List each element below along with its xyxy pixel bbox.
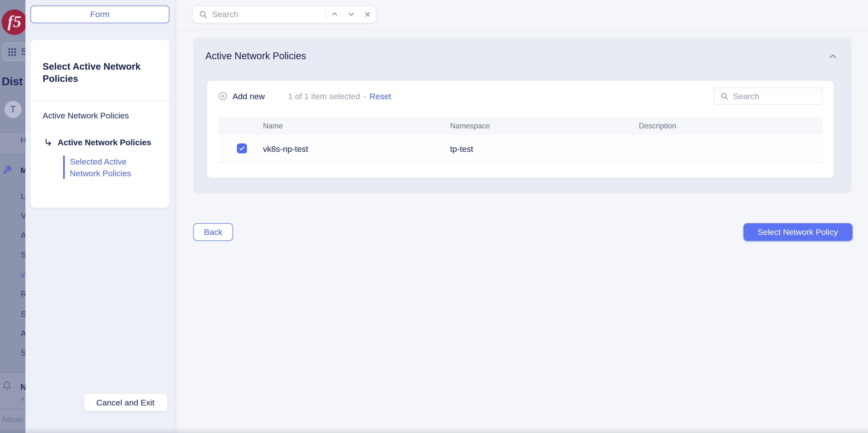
notifications-sub-label: A — [21, 396, 25, 402]
form-mode-button[interactable]: Form — [30, 5, 169, 23]
selection-status: 1 of 1 item selected — [288, 91, 360, 101]
sidebar-item[interactable]: V — [21, 210, 25, 220]
sidebar-divider — [0, 409, 25, 409]
sidebar-item[interactable]: S — [21, 250, 25, 259]
find-input[interactable] — [212, 9, 326, 19]
main-top-divider — [175, 30, 868, 30]
sidebar-divider — [0, 132, 25, 132]
cell-name: vk8s-np-test — [263, 144, 450, 153]
selection-separator: - — [363, 91, 366, 101]
sidebar-item[interactable]: A — [21, 231, 25, 240]
return-arrow-icon — [44, 138, 53, 147]
search-icon — [199, 10, 208, 19]
app-window: f5 S Dist T H M L V A S v R — [0, 0, 868, 433]
app-switcher-button[interactable]: S — [3, 42, 25, 61]
column-header-namespace: Namespace — [450, 122, 639, 130]
bell-icon — [2, 381, 12, 393]
collapse-card-button[interactable] — [828, 51, 838, 64]
workspace-title: Dist — [2, 75, 23, 88]
form-nav-panel: Form Select Active Network Policies Acti… — [25, 0, 175, 433]
sidebar-item[interactable]: L — [21, 191, 25, 201]
plus-circle-icon — [218, 91, 228, 101]
form-sub-step-link[interactable]: Selected Active Network Policies — [63, 155, 132, 179]
chevron-up-icon — [828, 51, 838, 61]
select-network-policy-button[interactable]: Select Network Policy — [743, 223, 852, 241]
policies-table: Name Namespace Description vk8s-n — [218, 117, 823, 163]
f5-logo: f5 — [2, 9, 25, 35]
chevron-down-icon — [347, 10, 355, 18]
table-toolbar: Add new 1 of 1 item selected - Reset — [218, 81, 823, 111]
form-title: Select Active Network Policies — [30, 40, 169, 85]
sidebar-item[interactable]: R — [21, 289, 25, 299]
row-checkbox-checked[interactable] — [237, 144, 247, 153]
sidebar-item[interactable]: S — [21, 348, 25, 357]
form-current-step[interactable]: Active Network Policies — [30, 121, 169, 149]
form-section-label[interactable]: Active Network Policies — [30, 101, 169, 121]
sidebar-item-notifications[interactable]: N — [21, 382, 25, 392]
find-close-button[interactable] — [359, 6, 376, 22]
check-icon — [239, 145, 245, 152]
column-header-name: Name — [263, 122, 450, 130]
form-current-step-label: Active Network Policies — [58, 137, 151, 147]
table-row[interactable]: vk8s-np-test tp-test — [218, 135, 823, 163]
chevron-up-icon — [330, 10, 339, 18]
main-content: Active Network Policies Add new 1 of 1 i… — [175, 0, 868, 433]
wrench-icon — [3, 166, 11, 177]
card-title: Active Network Policies — [205, 51, 306, 62]
global-find-bar — [192, 5, 376, 23]
tenant-avatar[interactable]: T — [4, 101, 22, 118]
table-header-row: Name Namespace Description — [218, 117, 823, 135]
viewport-bottom-shade — [0, 428, 868, 433]
search-icon — [720, 92, 728, 100]
policy-table-card: Add new 1 of 1 item selected - Reset — [207, 81, 834, 178]
active-network-policies-card: Active Network Policies Add new 1 of 1 i… — [193, 38, 851, 194]
cancel-and-exit-button[interactable]: Cancel and Exit — [83, 393, 167, 411]
column-header-description: Description — [639, 122, 823, 130]
sidebar-divider — [0, 372, 25, 373]
reset-selection-link[interactable]: Reset — [369, 91, 391, 101]
add-new-label: Add new — [232, 91, 265, 101]
sidebar-item-active[interactable]: v — [21, 270, 25, 279]
sidebar-item-home[interactable]: H — [21, 136, 25, 144]
form-steps-card: Select Active Network Policies Active Ne… — [30, 40, 169, 208]
find-next-button[interactable] — [343, 6, 359, 22]
app-switcher-label: S — [21, 46, 25, 57]
cell-namespace: tp-test — [450, 144, 639, 153]
sidebar-item[interactable]: A — [21, 328, 25, 338]
sidebar-item-manage[interactable]: M — [21, 166, 25, 175]
panel-divider — [25, 30, 175, 30]
sidebar-footer-link[interactable]: Advan — [2, 415, 23, 424]
primary-sidebar: f5 S Dist T H M L V A S v R — [0, 0, 25, 433]
table-search-box — [714, 87, 823, 105]
sidebar-item[interactable]: S — [21, 309, 25, 318]
add-new-button[interactable]: Add new — [218, 91, 265, 101]
find-previous-button[interactable] — [326, 6, 343, 22]
table-search-input[interactable] — [733, 91, 822, 101]
back-button[interactable]: Back — [193, 223, 233, 241]
grid-dots-icon — [7, 47, 17, 57]
sidebar-divider — [0, 154, 25, 154]
close-icon — [364, 10, 371, 18]
